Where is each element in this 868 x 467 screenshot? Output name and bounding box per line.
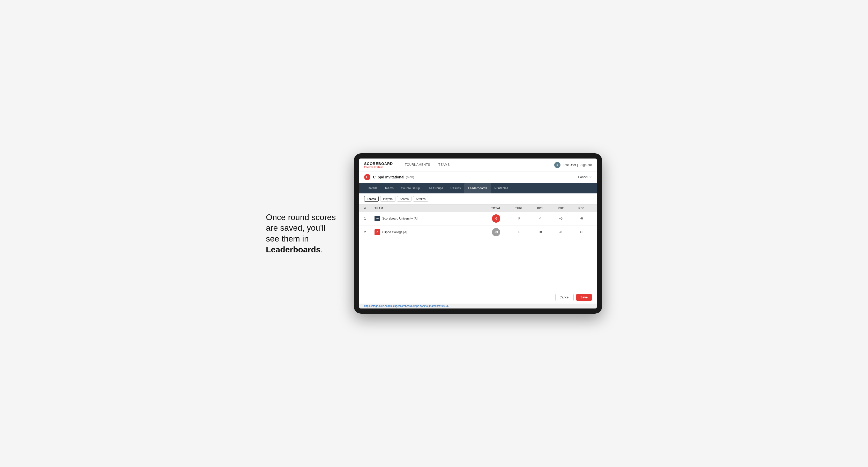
filter-bar: Teams Players Scores Strokes <box>359 193 597 205</box>
nav-tournaments[interactable]: TOURNAMENTS <box>401 158 434 172</box>
sidebar-description: Once round scores are saved, you'll see … <box>266 212 338 255</box>
tournament-logo: C <box>364 174 370 180</box>
rank-1: 1 <box>364 217 374 220</box>
filter-strokes-button[interactable]: Strokes <box>413 196 428 202</box>
col-rd2: RD2 <box>550 207 571 210</box>
tablet-screen: SCOREBOARD Powered by clippd TOURNAMENTS… <box>359 158 597 309</box>
navbar: SCOREBOARD Powered by clippd TOURNAMENTS… <box>359 158 597 172</box>
table-row: 1 SU Scoreboard University [A] -5 F -4 +… <box>359 212 597 225</box>
nav-right: S Test User | Sign out <box>554 162 592 168</box>
brand: SCOREBOARD Powered by clippd <box>364 162 393 168</box>
team-name-2: Clippd College [A] <box>382 230 407 234</box>
col-rd1: RD1 <box>530 207 550 210</box>
filter-players-button[interactable]: Players <box>380 196 396 202</box>
total-1: -5 <box>483 214 509 223</box>
score-badge-2: +3 <box>492 228 500 236</box>
rank-2: 2 <box>364 230 374 234</box>
rd3-1: -6 <box>571 217 592 220</box>
rd2-2: -8 <box>550 230 571 234</box>
user-avatar: S <box>554 162 560 168</box>
footer-bar: Cancel Save <box>359 291 597 304</box>
close-icon: ✕ <box>589 175 592 179</box>
leaderboard-table: # TEAM TOTAL THRU RD1 RD2 RD3 1 SU Score… <box>359 205 597 239</box>
thru-1: F <box>509 217 530 220</box>
total-2: +3 <box>483 228 509 236</box>
col-rd3: RD3 <box>571 207 592 210</box>
table-row: 2 C Clippd College [A] +3 F +8 -8 +3 <box>359 225 597 239</box>
url-text: https://stage-blue-coach.stagescoreboard… <box>364 305 449 307</box>
brand-title: SCOREBOARD <box>364 162 393 166</box>
tournament-sub: (Men) <box>406 175 414 179</box>
rd3-2: +3 <box>571 230 592 234</box>
rd2-1: +5 <box>550 217 571 220</box>
tab-details[interactable]: Details <box>364 183 381 193</box>
rd1-1: -4 <box>530 217 550 220</box>
filter-scores-button[interactable]: Scores <box>397 196 411 202</box>
team-logo-1: SU <box>374 216 380 221</box>
col-team: TEAM <box>374 207 483 210</box>
filter-teams-button[interactable]: Teams <box>364 196 379 202</box>
thru-2: F <box>509 230 530 234</box>
tab-course-setup[interactable]: Course Setup <box>397 183 424 193</box>
tournament-header: C Clippd Invitational (Men) Cancel ✕ <box>359 172 597 183</box>
nav-teams[interactable]: TEAMS <box>434 158 454 172</box>
brand-clippd: clippd <box>377 166 383 168</box>
page-wrapper: Once round scores are saved, you'll see … <box>266 153 602 314</box>
tablet-frame: SCOREBOARD Powered by clippd TOURNAMENTS… <box>354 153 602 314</box>
tab-results[interactable]: Results <box>447 183 464 193</box>
cancel-button[interactable]: Cancel <box>555 294 574 301</box>
user-name: Test User | <box>563 163 578 167</box>
table-header: # TEAM TOTAL THRU RD1 RD2 RD3 <box>359 205 597 212</box>
sub-navigation: Details Teams Course Setup Tee Groups Re… <box>359 183 597 193</box>
team-name-1: Scoreboard University [A] <box>382 217 417 220</box>
col-thru: THRU <box>509 207 530 210</box>
tournament-cancel-button[interactable]: Cancel ✕ <box>578 175 592 179</box>
score-badge-1: -5 <box>492 214 500 223</box>
sign-out-link[interactable]: Sign out <box>580 163 592 167</box>
col-rank: # <box>364 207 374 210</box>
save-button[interactable]: Save <box>576 294 592 301</box>
tab-printables[interactable]: Printables <box>491 183 512 193</box>
content-area <box>359 239 597 291</box>
tab-teams[interactable]: Teams <box>381 183 397 193</box>
url-bar: https://stage-blue-coach.stagescoreboard… <box>359 304 597 309</box>
tab-tee-groups[interactable]: Tee Groups <box>424 183 447 193</box>
team-cell-2: C Clippd College [A] <box>374 229 483 235</box>
brand-sub: Powered by clippd <box>364 166 393 168</box>
nav-links: TOURNAMENTS TEAMS <box>401 158 554 172</box>
tab-leaderboards[interactable]: Leaderboards <box>464 183 491 193</box>
team-cell-1: SU Scoreboard University [A] <box>374 216 483 221</box>
rd1-2: +8 <box>530 230 550 234</box>
team-logo-2: C <box>374 229 380 235</box>
tournament-name: Clippd Invitational <box>373 175 404 179</box>
col-total: TOTAL <box>483 207 509 210</box>
